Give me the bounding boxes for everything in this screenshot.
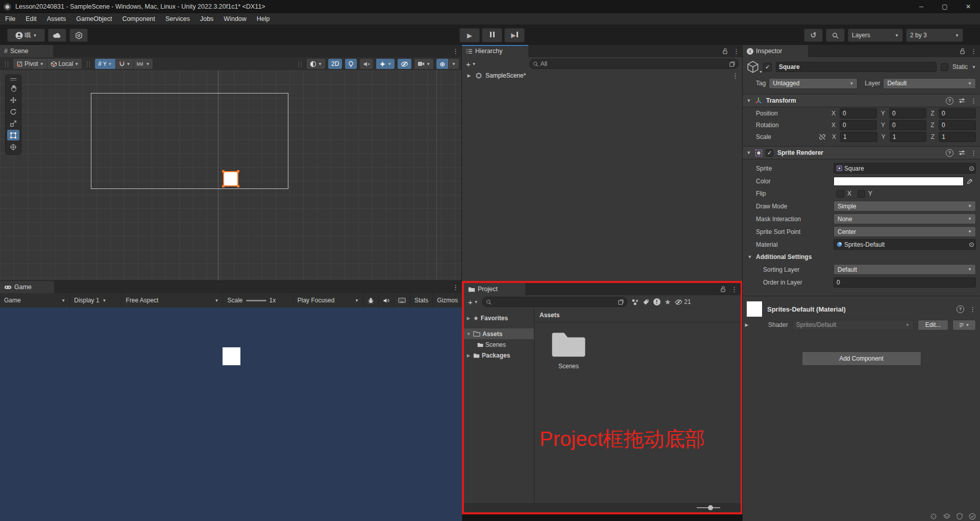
search-by-label-icon[interactable] (643, 299, 649, 305)
mask-interaction-dropdown[interactable]: None▼ (834, 214, 976, 224)
hierarchy-item-samplescene[interactable]: ▶ SampleScene* ⋮ (462, 70, 743, 81)
project-search-input[interactable] (482, 297, 627, 307)
create-object-button[interactable]: +▼ (466, 60, 476, 68)
active-checkbox[interactable]: ✓ (763, 63, 772, 72)
menu-component[interactable]: Component (117, 13, 160, 25)
search-by-type-icon[interactable] (631, 298, 639, 305)
static-dropdown-caret[interactable]: ▼ (972, 65, 976, 69)
game-gizmos-dropdown[interactable]: Gizmos (433, 293, 462, 307)
lock-icon[interactable] (720, 286, 726, 293)
rotate-tool[interactable] (7, 106, 19, 117)
hierarchy-search-input[interactable]: All (529, 59, 739, 69)
stats-button[interactable]: Stats (410, 293, 433, 307)
presets-icon[interactable] (959, 98, 965, 104)
scene-visibility-toggle[interactable] (398, 59, 411, 69)
sprite-sort-point-dropdown[interactable]: Center▼ (834, 226, 976, 237)
scene-viewport[interactable] (0, 70, 462, 281)
search-popout-icon[interactable] (729, 61, 735, 67)
grid-visibility-toggle[interactable]: #Y▼ (95, 59, 115, 69)
tab-project[interactable]: Project (464, 283, 525, 295)
display-target-dropdown[interactable]: Display 1▼ (70, 293, 121, 307)
foldout-arrow-icon[interactable]: ▶ (744, 322, 750, 327)
scale-y-field[interactable]: 1 (890, 132, 927, 142)
object-picker-icon[interactable]: ⊙ (969, 164, 974, 172)
sprite-object-field[interactable]: Square ⊙ (834, 163, 976, 174)
debug-button[interactable] (363, 293, 379, 307)
shader-dropdown[interactable]: Sprites/Default▼ (792, 320, 914, 330)
foldout-arrow-icon[interactable]: ▶ (466, 73, 472, 78)
sorting-layer-dropdown[interactable]: Default▼ (834, 264, 976, 275)
alert-filter-icon[interactable]: ! (653, 298, 660, 305)
position-z-field[interactable]: 0 (939, 108, 976, 119)
add-component-button[interactable]: Add Component (802, 351, 921, 366)
scale-x-field[interactable]: 1 (840, 132, 877, 142)
camera-settings-dropdown[interactable]: ▼ (414, 59, 433, 69)
position-y-field[interactable]: 0 (889, 108, 926, 119)
step-button[interactable]: ▶ (504, 28, 525, 42)
layers-dropdown[interactable]: Layers▼ (848, 29, 903, 42)
foldout-arrow-icon[interactable]: ▶ (466, 316, 471, 321)
foldout-arrow-icon[interactable]: ▼ (746, 150, 752, 155)
lock-icon[interactable] (722, 48, 728, 55)
search-popout-icon[interactable] (618, 299, 624, 305)
tab-inspector[interactable]: i Inspector (743, 45, 808, 57)
search-button[interactable] (826, 29, 845, 42)
game-audio-toggle[interactable] (379, 293, 394, 307)
icon-picker-caret[interactable]: ▼ (759, 70, 763, 74)
pivot-dropdown[interactable]: Pivot▼ (13, 59, 47, 69)
pause-button[interactable] (482, 28, 502, 42)
shield-icon[interactable] (957, 513, 963, 520)
help-icon[interactable]: ? (957, 305, 964, 313)
eyedropper-icon[interactable] (964, 178, 976, 184)
selected-sprite[interactable] (223, 171, 238, 186)
menu-window[interactable]: Window (218, 13, 251, 25)
help-icon[interactable]: ? (946, 97, 953, 105)
gizmos-dropdown[interactable]: ▼ (449, 59, 459, 69)
rect-tool[interactable] (7, 130, 19, 140)
inspector-menu-kebab-icon[interactable]: ⋮ (970, 48, 977, 55)
tag-dropdown[interactable]: Untagged▼ (769, 78, 857, 89)
undo-history-button[interactable]: ↺ (804, 29, 823, 42)
transform-kebab-icon[interactable]: ⋮ (970, 97, 977, 105)
rotation-x-field[interactable]: 0 (840, 120, 877, 130)
presets-icon[interactable] (959, 150, 965, 156)
rotation-z-field[interactable]: 0 (939, 120, 976, 130)
scene-item-kebab-icon[interactable]: ⋮ (732, 72, 739, 80)
layout-dropdown[interactable]: 2 by 3▼ (906, 29, 963, 42)
snap-increment-dropdown[interactable]: ▼ (134, 59, 153, 69)
close-button[interactable]: ✕ (957, 0, 980, 13)
menu-services[interactable]: Services (160, 13, 195, 25)
menu-help[interactable]: Help (252, 13, 275, 25)
account-button[interactable]: 哦 ▼ (7, 29, 45, 42)
toolbar-drag-handle[interactable] (5, 61, 8, 67)
version-control-button[interactable] (69, 29, 88, 42)
layers-stack-icon[interactable] (943, 513, 950, 519)
color-swatch[interactable] (834, 177, 964, 186)
menu-edit[interactable]: Edit (20, 13, 42, 25)
2d-mode-toggle[interactable]: 2D (328, 59, 342, 69)
position-x-field[interactable]: 0 (840, 108, 877, 119)
tab-game[interactable]: Game (0, 281, 54, 293)
scene-audio-toggle[interactable] (360, 59, 373, 69)
additional-settings-row[interactable]: ▼ Additional Settings (743, 251, 980, 263)
material-kebab-icon[interactable]: ⋮ (969, 305, 976, 313)
menu-file[interactable]: File (0, 13, 20, 25)
foldout-arrow-icon[interactable]: ▼ (466, 331, 471, 337)
move-tool[interactable] (7, 94, 19, 105)
link-broken-icon[interactable] (819, 133, 828, 140)
flip-y-checkbox[interactable] (857, 190, 865, 198)
snap-toggle[interactable]: ▼ (116, 59, 134, 69)
check-circle-icon[interactable] (969, 513, 976, 520)
minimize-button[interactable]: ─ (910, 0, 933, 13)
help-icon[interactable]: ? (946, 149, 953, 157)
gameobject-name-field[interactable]: Square (776, 62, 937, 72)
sprite-renderer-kebab-icon[interactable]: ⋮ (970, 149, 977, 157)
foldout-arrow-icon[interactable]: ▶ (466, 353, 471, 358)
scale-tool[interactable] (7, 118, 19, 129)
foldout-arrow-icon[interactable]: ▼ (747, 254, 753, 259)
flip-x-checkbox[interactable] (837, 190, 844, 198)
project-menu-kebab-icon[interactable]: ⋮ (731, 286, 738, 293)
object-picker-icon[interactable]: ⊙ (969, 241, 974, 248)
palette-drag-handle[interactable] (10, 77, 16, 82)
view-hand-tool[interactable] (7, 83, 19, 93)
